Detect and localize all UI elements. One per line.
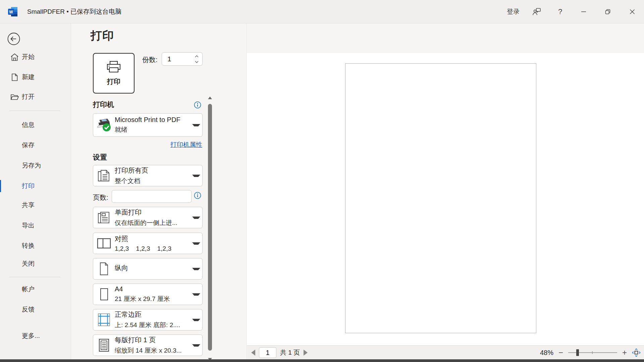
sidebar-item-label: 新建	[22, 73, 35, 81]
pages-info-icon[interactable]	[194, 192, 201, 199]
sidebar-item-account[interactable]: 帐户	[0, 283, 71, 295]
settings-section-heading: 设置	[93, 153, 107, 162]
margins-select[interactable]: 正常边距 上: 2.54 厘米 底部: 2....	[93, 309, 203, 330]
copies-decrement-icon[interactable]	[194, 59, 199, 64]
sidebar-item-new[interactable]: 新建	[0, 71, 71, 83]
printer-properties-link[interactable]: 打印机属性	[138, 140, 202, 149]
back-button[interactable]	[7, 32, 20, 46]
page-count-label: 共 1 页	[280, 348, 300, 357]
zoom-level[interactable]: 48%	[540, 349, 553, 357]
fit-to-page-icon[interactable]	[632, 348, 641, 357]
sidebar-item-feedback[interactable]: 反馈	[0, 303, 71, 315]
zoom-slider[interactable]	[568, 349, 617, 356]
sidebar-item-label: 打开	[22, 93, 35, 101]
chevron-down-icon	[192, 217, 200, 219]
print-range-select[interactable]: 打印所有页 整个文档	[93, 165, 203, 186]
collated-icon	[93, 237, 115, 250]
chevron-down-icon	[192, 319, 200, 321]
page-title: 打印	[91, 28, 114, 44]
sidebar-item-info[interactable]: 信息	[0, 119, 71, 131]
chevron-down-icon	[192, 124, 200, 126]
printer-device-icon	[93, 117, 115, 133]
pages-per-sheet-select[interactable]: 每版打印 1 页 缩放到 14 厘米 x 20.3...	[93, 335, 203, 356]
print-all-pages-icon	[93, 169, 115, 183]
copies-stepper[interactable]	[162, 52, 203, 66]
chevron-down-icon	[192, 344, 200, 347]
help-icon[interactable]: ?	[553, 0, 568, 23]
sidebar-item-export[interactable]: 导出	[0, 220, 71, 232]
pages-label: 页数:	[93, 193, 108, 202]
copies-increment-icon[interactable]	[194, 54, 199, 59]
window-title: SmallPDFER • 已保存到这台电脑	[27, 0, 121, 23]
print-button-label: 打印	[107, 77, 120, 86]
sidebar-item-save[interactable]: 保存	[0, 139, 71, 151]
collation-select[interactable]: 对照 1,2,3 1,2,3 1,2,3	[93, 233, 203, 254]
zoom-in-button[interactable]: +	[622, 349, 627, 356]
copies-input[interactable]	[167, 53, 191, 65]
previous-page-icon[interactable]	[251, 350, 255, 356]
preview-canvas	[247, 53, 644, 345]
open-folder-icon	[10, 93, 19, 102]
settings-scrollbar[interactable]	[207, 97, 213, 361]
chevron-down-icon	[192, 175, 200, 177]
sidebar-item-label: 开始	[22, 53, 35, 61]
home-icon	[10, 53, 19, 62]
pages-per-sheet-icon	[93, 338, 115, 352]
orientation-select[interactable]: 纵向	[93, 258, 203, 280]
copies-label: 份数:	[142, 55, 158, 64]
sidebar-item-share[interactable]: 共享	[0, 199, 71, 211]
paper-size-select[interactable]: A4 21 厘米 x 29.7 厘米	[93, 284, 203, 305]
zoom-out-button[interactable]: −	[558, 349, 563, 356]
word-logo-icon: W	[7, 6, 18, 17]
window-bottom-edge	[0, 359, 644, 362]
one-sided-icon	[93, 210, 115, 225]
sidebar-item-close-doc[interactable]: 关闭	[0, 258, 71, 270]
chevron-down-icon	[192, 293, 200, 296]
scrollbar-thumb[interactable]	[208, 104, 212, 351]
print-preview-region: 共 1 页 48% − +	[247, 23, 644, 359]
printer-status: 就绪	[115, 125, 191, 134]
svg-text:W: W	[9, 10, 13, 14]
restore-icon[interactable]	[600, 0, 615, 23]
printer-select[interactable]: Microsoft Print to PDF 就绪	[93, 113, 203, 137]
minimize-icon[interactable]	[576, 0, 591, 23]
zoom-slider-thumb[interactable]	[576, 349, 579, 356]
a4-icon	[93, 287, 115, 301]
new-document-icon	[10, 73, 19, 82]
printer-name: Microsoft Print to PDF	[115, 116, 191, 124]
sidebar-item-transform[interactable]: 转换	[0, 240, 71, 252]
print-sides-select[interactable]: 单面打印 仅在纸面的一侧上进...	[93, 207, 203, 228]
printer-icon	[106, 61, 122, 74]
backstage-sidebar: 开始 新建 打开 信息 保存 另存为 打印 共享 导出 转换 关闭 帐户 反馈	[0, 23, 71, 359]
print-settings-panel: 打印 打印 份数: 打印机	[71, 23, 247, 359]
feedback-icon[interactable]	[529, 0, 544, 23]
page-number-input[interactable]	[259, 347, 276, 358]
sign-in-button[interactable]: 登录	[502, 0, 524, 23]
portrait-icon	[93, 262, 115, 276]
sidebar-item-print[interactable]: 打印	[0, 180, 71, 192]
printer-section-heading: 打印机	[93, 100, 114, 109]
scroll-up-icon[interactable]	[208, 97, 212, 99]
sidebar-divider	[9, 111, 60, 111]
titlebar: W SmallPDFER • 已保存到这台电脑 登录 ?	[0, 0, 644, 23]
next-page-icon[interactable]	[304, 350, 308, 356]
preview-bottom-bar: 共 1 页 48% − +	[247, 345, 644, 359]
sidebar-item-home[interactable]: 开始	[0, 51, 71, 63]
preview-page	[345, 63, 536, 333]
chevron-down-icon	[192, 268, 200, 270]
pages-range-input[interactable]	[112, 190, 192, 203]
printer-info-icon[interactable]	[194, 101, 201, 109]
close-icon[interactable]	[625, 0, 640, 23]
print-button[interactable]: 打印	[93, 53, 135, 94]
sidebar-divider	[9, 277, 60, 277]
sidebar-item-more[interactable]: 更多...	[0, 330, 71, 342]
sidebar-item-save-as[interactable]: 另存为	[0, 160, 71, 172]
sidebar-item-open[interactable]: 打开	[0, 91, 71, 103]
margins-icon	[93, 313, 115, 327]
chevron-down-icon	[192, 242, 200, 245]
